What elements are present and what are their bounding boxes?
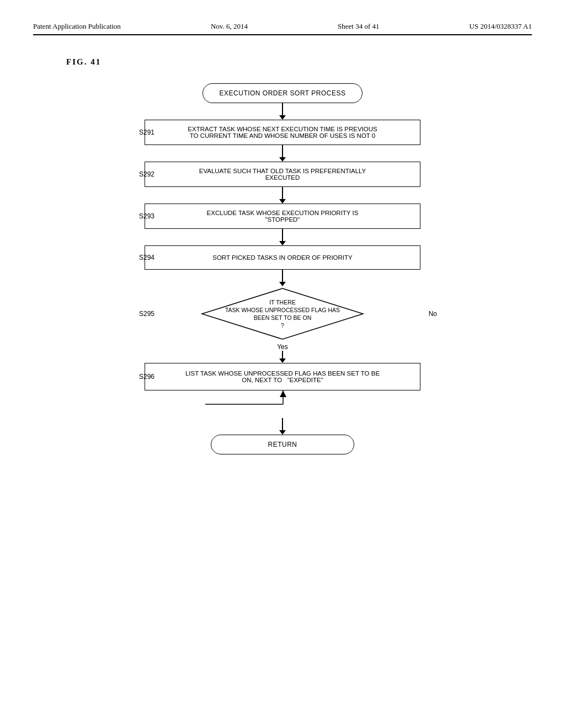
svg-marker-3 — [280, 390, 286, 397]
step-s293-row: S293 EXCLUDE TASK WHOSE EXECUTION PRIORI… — [117, 204, 448, 229]
no-branch-label: No — [429, 310, 437, 318]
step-s292-label: S292 — [139, 170, 154, 178]
feedback-connector — [111, 390, 454, 418]
step-s294: SORT PICKED TASKS IN ORDER OF PRIORITY — [145, 245, 420, 270]
flowchart: EXECUTION ORDER SORT PROCESS S291 EXTRAC… — [33, 83, 532, 454]
end-node: RETURN — [211, 435, 354, 454]
step-s295-label: S295 — [139, 310, 154, 318]
step-s293-label: S293 — [139, 212, 154, 220]
header-publication-text: Patent Application Publication — [33, 22, 121, 31]
page-header: Patent Application Publication Nov. 6, 2… — [33, 22, 532, 35]
return-arrow — [111, 418, 454, 435]
step-s296: LIST TASK WHOSE UNPROCESSED FLAG HAS BEE… — [145, 363, 420, 390]
step-s294-row: S294 SORT PICKED TASKS IN ORDER OF PRIOR… — [117, 245, 448, 270]
step-s292: EVALUATE SUCH THAT OLD TASK IS PREFERENT… — [145, 162, 420, 187]
arrow-2 — [279, 145, 286, 162]
header-sheet: Sheet 34 of 41 — [338, 22, 379, 31]
start-node: EXECUTION ORDER SORT PROCESS — [202, 83, 363, 103]
step-s296-row: S296 LIST TASK WHOSE UNPROCESSED FLAG HA… — [111, 363, 454, 390]
step-s296-label: S296 — [139, 373, 154, 381]
step-s295-row: S295 IT THERE TASK WHOSE UNPROCESSED FLA… — [111, 286, 454, 341]
yes-branch-label: Yes — [277, 343, 288, 351]
step-s291-label: S291 — [139, 129, 154, 136]
arrow-1 — [279, 103, 286, 120]
step-s294-label: S294 — [139, 254, 154, 261]
arrow-5 — [279, 270, 286, 286]
step-s291-row: S291 EXTRACT TASK WHOSE NEXT EXECUTION T… — [117, 120, 448, 145]
arrow-6 — [279, 351, 286, 363]
figure-label: FIG. 41 — [66, 57, 532, 67]
arrow-3 — [279, 187, 286, 204]
arrow-4 — [279, 229, 286, 245]
step-s291: EXTRACT TASK WHOSE NEXT EXECUTION TIME I… — [145, 120, 420, 145]
header-date: Nov. 6, 2014 — [211, 22, 248, 31]
step-s295-decision: IT THERE TASK WHOSE UNPROCESSED FLAG HAS… — [200, 286, 365, 341]
header-patent-number: US 2014/0328337 A1 — [470, 22, 532, 31]
page: Patent Application Publication Nov. 6, 2… — [0, 0, 565, 728]
step-s293: EXCLUDE TASK WHOSE EXECUTION PRIORITY IS… — [145, 204, 420, 229]
step-s292-row: S292 EVALUATE SUCH THAT OLD TASK IS PREF… — [117, 162, 448, 187]
